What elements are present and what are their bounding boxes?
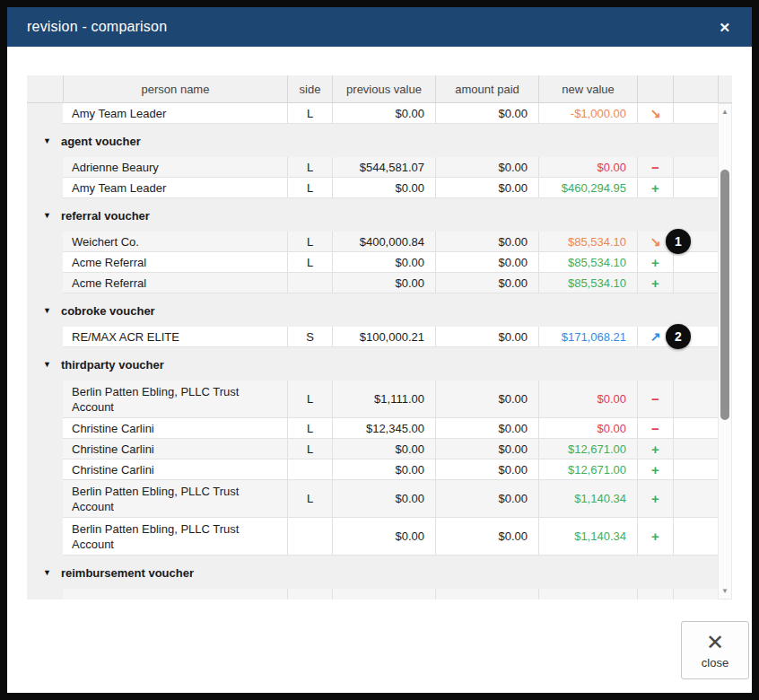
group-header-row[interactable]: ▼cobroke voucher <box>27 300 718 321</box>
row-blank-cell <box>673 418 718 438</box>
new-value-cell: $12,671.00 <box>538 459 637 479</box>
amount-paid-cell: $0.00 <box>435 178 538 197</box>
group-header-row[interactable]: ▼referral voucher <box>27 205 718 226</box>
side-cell: L <box>287 252 332 272</box>
amount-paid-cell: $0.00 <box>435 418 538 438</box>
grid-header-row: person name side previous value amount p… <box>27 75 718 103</box>
amount-paid-cell: $0.00 <box>435 518 538 555</box>
new-value-cell: $0.00 <box>538 157 637 177</box>
person-name-cell: Berlin Patten Ebling, PLLC Trust Account <box>63 518 287 555</box>
previous-value-cell: $0.00 <box>332 273 435 293</box>
side-cell: L <box>287 439 332 459</box>
amount-paid-cell: $0.00 <box>435 103 538 123</box>
plus-icon: + <box>637 439 673 459</box>
side-cell: L <box>287 103 332 123</box>
amount-paid-cell: $0.00 <box>435 381 538 417</box>
previous-value-cell: $12,345.00 <box>332 418 435 438</box>
previous-value-cell: $0.00 <box>332 439 435 459</box>
header-blank-cell <box>27 75 63 102</box>
person-name-cell: Berlin Patten Ebling, PLLC Trust Account <box>63 480 287 517</box>
voucher-row: Berlin Patten Ebling, PLLC Trust Account… <box>63 480 718 518</box>
new-value-cell: $1,140.34 <box>538 518 637 555</box>
previous-value-cell: $0.00 <box>332 252 435 272</box>
plus-icon: + <box>637 518 673 555</box>
new-value-cell: $0.00 <box>538 418 637 438</box>
group-label: agent voucher <box>61 135 141 148</box>
previous-value-cell: $0.00 <box>332 178 435 197</box>
group-header-row[interactable]: ▼thirdparty voucher <box>27 354 718 375</box>
row-blank-cell <box>673 178 718 197</box>
person-name-cell: Acme Referral <box>63 273 287 293</box>
person-name-cell: Berlin Patten Ebling, PLLC Trust Account <box>63 381 287 417</box>
header-previous-value: previous value <box>332 75 435 102</box>
row-blank-cell <box>673 252 718 272</box>
row-blank-cell <box>673 459 718 479</box>
group-label: referral voucher <box>61 209 150 223</box>
person-name-cell: Amy Team Leader <box>63 178 287 197</box>
side-cell <box>287 589 332 599</box>
previous-value-cell: $0.00 <box>332 459 435 479</box>
new-value-cell: $85,534.10 <box>538 232 637 251</box>
voucher-row: Christine CarliniL$0.00$0.00$12,671.00+ <box>63 439 718 459</box>
group-header-row[interactable]: ▼reimbursement voucher <box>27 562 718 583</box>
person-name-cell: Christine Carlini <box>63 439 287 459</box>
new-value-cell: $12,671.00 <box>538 439 637 459</box>
row-blank-cell <box>673 589 718 599</box>
side-cell <box>287 518 332 555</box>
screenshot-frame: revision - comparison ✕ person name side… <box>0 0 759 700</box>
header-new-value: new value <box>538 75 637 102</box>
person-name-cell: Weichert Co. <box>63 232 287 251</box>
revision-comparison-dialog: revision - comparison ✕ person name side… <box>7 7 752 693</box>
previous-value-cell: $0.00 <box>332 518 435 555</box>
amount-paid-cell: $0.00 <box>435 157 538 177</box>
scroll-down-icon[interactable]: ▼ <box>719 587 731 595</box>
side-cell: L <box>287 232 332 251</box>
row-blank-cell <box>673 157 718 177</box>
plus-icon: + <box>637 252 673 272</box>
plus-icon: + <box>637 480 673 517</box>
close-x-icon: ✕ <box>706 632 724 653</box>
header-person-name: person name <box>63 75 287 102</box>
group-header-row[interactable]: ▼agent voucher <box>27 130 718 152</box>
scrollbar-thumb[interactable] <box>720 170 729 420</box>
dialog-body: person name side previous value amount p… <box>7 47 752 693</box>
annotation-badge: 2 <box>666 324 691 349</box>
voucher-row: Acme ReferralL$0.00$0.00$85,534.10+ <box>63 252 718 273</box>
close-button[interactable]: ✕ close <box>681 621 749 679</box>
person-name-cell: Adrienne Beaury <box>63 157 287 177</box>
row-blank-cell <box>673 518 718 555</box>
plus-icon: + <box>637 273 673 293</box>
new-value-cell: $0.00 <box>538 381 637 417</box>
person-name-cell: Christine Carlini <box>63 418 287 438</box>
header-amount-paid: amount paid <box>435 75 538 102</box>
voucher-row: Christine CarliniL$12,345.00$0.00$0.00− <box>63 418 718 439</box>
side-cell: S <box>287 327 332 346</box>
collapse-caret-icon: ▼ <box>43 361 51 369</box>
collapse-caret-icon: ▼ <box>43 212 51 220</box>
person-name-cell: RE/MAX ACR ELITE <box>63 327 287 346</box>
header-blank-cell-2 <box>673 75 718 102</box>
side-cell: L <box>287 480 332 517</box>
voucher-row: Berlin Patten Ebling, PLLC Trust Account… <box>63 518 718 556</box>
row-blank-cell <box>673 439 718 459</box>
row-blank-cell <box>673 381 718 417</box>
collapse-caret-icon: ▼ <box>43 137 51 145</box>
row-blank-cell <box>673 480 718 517</box>
scroll-up-icon[interactable]: ▲ <box>719 108 731 116</box>
scrollbar-track[interactable]: ▲ ▼ <box>718 103 732 599</box>
new-value-cell: $171,068.21 <box>538 327 637 346</box>
dialog-titlebar: revision - comparison ✕ <box>7 7 752 47</box>
amount-paid-cell: $0.00 <box>435 273 538 293</box>
dialog-title: revision - comparison <box>27 19 167 35</box>
grid-body: Amy Team LeaderL$0.00$0.00-$1,000.00↘▼ag… <box>27 103 718 599</box>
close-icon[interactable]: ✕ <box>719 21 730 34</box>
collapse-caret-icon: ▼ <box>43 569 51 577</box>
previous-value-cell: $0.00 <box>332 103 435 123</box>
vertical-scrollbar[interactable]: ▲ ▼ <box>718 75 732 599</box>
amount-paid-cell: $0.00 <box>435 252 538 272</box>
person-name-cell: Acme Referral <box>63 252 287 272</box>
voucher-row: Acme Referral$0.00$0.00$85,534.10+ <box>63 273 718 293</box>
group-label: thirdparty voucher <box>61 358 164 372</box>
person-name-cell <box>63 589 287 599</box>
side-cell: L <box>287 178 332 197</box>
